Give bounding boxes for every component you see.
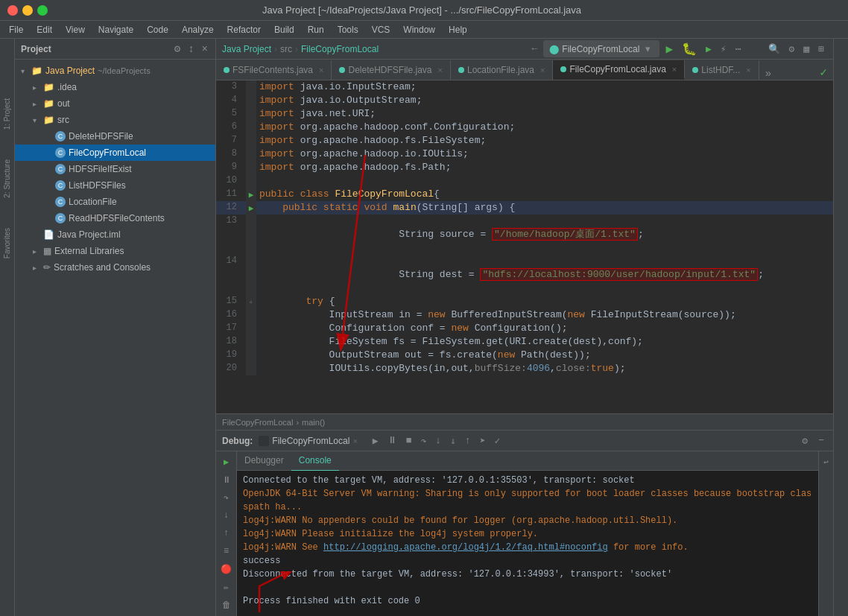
code-editor[interactable]: 3 import java.io.InputStream; 4 import j…	[216, 80, 833, 413]
debug-settings-icon[interactable]: ⚙	[799, 434, 811, 448]
toolbar-settings-icon[interactable]: ⚙	[786, 42, 798, 57]
tab-deletehdfs[interactable]: DeleteHDFSFile.java ×	[332, 60, 450, 80]
tab-filecopy[interactable]: FileCopyFromLocal.java ×	[553, 60, 685, 80]
tab-locationfile[interactable]: LocationFile.java ×	[451, 60, 554, 80]
tree-extlibs[interactable]: ▸ ▦ External Libraries	[15, 243, 215, 259]
debug-minimize-icon[interactable]: −	[815, 434, 827, 448]
debug-trash-btn[interactable]: 🗑	[219, 597, 234, 612]
debug-edit-btn[interactable]: ✏	[219, 580, 234, 594]
run-config-selector[interactable]: ⬤ FileCopyFromLocal ▾	[543, 40, 659, 57]
tree-idea[interactable]: ▸ 📁 .idea	[15, 79, 215, 95]
run-button[interactable]: ▶	[662, 40, 676, 58]
debug-run-cursor-icon[interactable]: ➤	[477, 434, 489, 448]
panel-settings-icon[interactable]: ⚙	[173, 41, 182, 57]
gutter-9	[246, 161, 256, 174]
debug-dump-btn[interactable]: ≡	[219, 544, 234, 559]
panel-close-icon[interactable]: ×	[200, 42, 209, 57]
debug-force-step-icon[interactable]: ⇓	[447, 434, 459, 448]
menu-vcs[interactable]: VCS	[366, 23, 396, 36]
tree-deletehdfsfile[interactable]: C DeleteHDFSFile	[15, 128, 215, 145]
tree-listhdfsfiles[interactable]: C ListHDFSFiles	[15, 177, 215, 194]
window-close-button[interactable]	[7, 5, 18, 16]
debug-config-close[interactable]: ×	[352, 436, 357, 445]
menu-run[interactable]: Run	[302, 23, 330, 36]
tab-close-list[interactable]: ×	[746, 66, 750, 74]
menu-view[interactable]: View	[60, 23, 91, 36]
more-button[interactable]: ⋯	[732, 42, 744, 57]
editor-check-icon: ✓	[820, 65, 827, 80]
file-icon-iml: 📄	[43, 229, 54, 240]
tree-readhdfs[interactable]: C ReadHDFSFileContents	[15, 210, 215, 226]
tree-src[interactable]: ▾ 📁 src	[15, 112, 215, 128]
toolbar-terminal-icon[interactable]: ⊞	[815, 42, 827, 57]
console-output[interactable]: Connected to the target VM, address: '12…	[237, 471, 818, 616]
debug-stop-icon[interactable]: ■	[403, 434, 415, 448]
panel-expand-icon[interactable]: ↕	[186, 42, 195, 57]
vert-label-favorites[interactable]: Favorites	[3, 228, 11, 258]
tree-root[interactable]: ▾ 📁 Java Project ~/IdeaProjects	[15, 63, 215, 79]
debug-pause-icon[interactable]: ⏸	[385, 434, 400, 448]
debug-step-out-icon[interactable]: ↑	[462, 434, 474, 448]
tab-close-location[interactable]: ×	[540, 66, 545, 74]
fold-icon-15[interactable]: ▫	[249, 299, 253, 307]
debug-stepover-btn[interactable]: ↷	[219, 490, 234, 505]
menu-refactor[interactable]: Refactor	[221, 23, 267, 36]
tab-fsfilecontents[interactable]: FSFileContents.java ×	[216, 60, 332, 80]
tree-filecopy[interactable]: C FileCopyFromLocal	[15, 145, 215, 161]
menu-build[interactable]: Build	[268, 23, 300, 36]
tab-dot-filecopy	[560, 66, 566, 72]
breadcrumb-src[interactable]: src	[280, 44, 292, 54]
navigate-back-icon[interactable]: ←	[529, 42, 541, 56]
gutter-13	[246, 215, 256, 255]
debug-pause-btn[interactable]: ⏸	[219, 472, 234, 487]
tree-hdfsfileifexist[interactable]: C HDFSFileIfExist	[15, 161, 215, 177]
debug-evaluate-icon[interactable]: ✓	[492, 434, 504, 448]
profile-button[interactable]: ⚡	[718, 42, 730, 57]
menu-window[interactable]: Window	[397, 23, 441, 36]
menu-navigate[interactable]: Navigate	[92, 23, 139, 36]
tab-close-filecopy[interactable]: ×	[672, 65, 677, 74]
menu-tools[interactable]: Tools	[332, 23, 364, 36]
tree-out[interactable]: ▸ 📁 out	[15, 95, 215, 112]
tab-debugger[interactable]: Debugger	[237, 451, 291, 471]
gutter-16	[246, 308, 256, 322]
vert-label-structure[interactable]: 2: Structure	[3, 159, 11, 198]
log4j-link[interactable]: http://logging.apache.org/log4j/1.2/faq.…	[323, 542, 608, 553]
debug-settings-btn[interactable]: 🔴	[219, 562, 234, 577]
breadcrumb-file[interactable]: FileCopyFromLocal	[301, 44, 379, 54]
tab-close-delete[interactable]: ×	[438, 66, 443, 74]
debug-resume-btn[interactable]: ▶	[219, 454, 234, 469]
right-strip	[833, 39, 848, 616]
tree-locationfile[interactable]: C LocationFile	[15, 194, 215, 210]
debug-stepinto-btn[interactable]: ↓	[219, 508, 234, 523]
debug-resume-icon[interactable]: ▶	[370, 434, 382, 448]
tabs-more-button[interactable]: »	[759, 68, 777, 80]
footer-breadcrumb-method[interactable]: main()	[302, 418, 325, 427]
run-icon-12[interactable]: ▶	[249, 204, 254, 213]
vert-label-project[interactable]: 1: Project	[3, 98, 11, 130]
toolbar-panel-icon[interactable]: ▦	[800, 42, 812, 57]
console-wrap-icon[interactable]: ↩	[820, 456, 832, 469]
tab-console[interactable]: Console	[291, 451, 339, 471]
debug-stepout-btn[interactable]: ↑	[219, 526, 234, 541]
coverage-button[interactable]: ▶	[703, 42, 715, 57]
window-minimize-button[interactable]	[22, 5, 33, 16]
breadcrumb-project[interactable]: Java Project	[222, 44, 271, 54]
toolbar-search-icon[interactable]: 🔍	[765, 42, 783, 57]
menu-code[interactable]: Code	[141, 23, 174, 36]
tree-iml[interactable]: 📄 Java Project.iml	[15, 226, 215, 243]
footer-breadcrumb-file[interactable]: FileCopyFromLocal	[222, 418, 293, 427]
debug-step-over-icon[interactable]: ↷	[417, 434, 429, 448]
tree-scratches[interactable]: ▸ ✏ Scratches and Consoles	[15, 259, 215, 276]
tab-close-fsfile[interactable]: ×	[319, 66, 323, 74]
menu-edit[interactable]: Edit	[31, 23, 58, 36]
menu-file[interactable]: File	[3, 23, 29, 36]
debug-config-tab[interactable]: FileCopyFromLocal ×	[259, 436, 357, 446]
debug-step-into-icon[interactable]: ↓	[432, 434, 444, 448]
window-maximize-button[interactable]	[37, 5, 48, 16]
menu-help[interactable]: Help	[443, 23, 473, 36]
run-icon-11[interactable]: ▶	[249, 191, 254, 200]
tab-listhdfs[interactable]: ListHDF... ×	[685, 60, 759, 80]
menu-analyze[interactable]: Analyze	[176, 23, 220, 36]
debug-button[interactable]: 🐛	[679, 40, 700, 58]
